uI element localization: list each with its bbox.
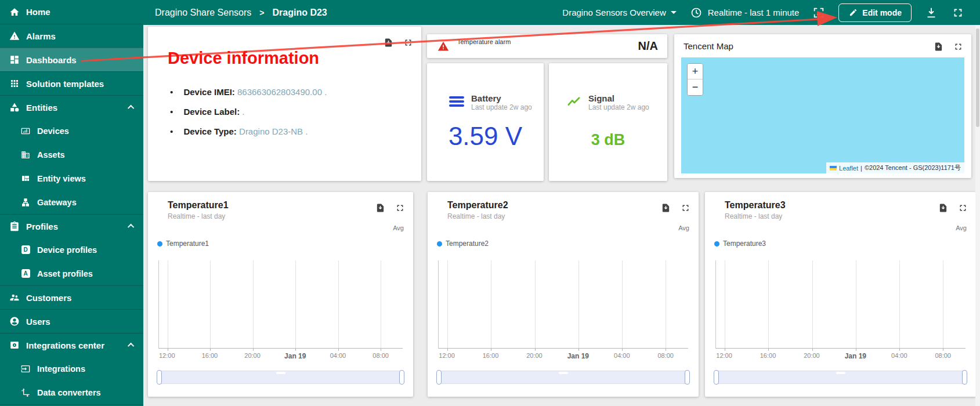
expand-widget-icon[interactable]: [680, 202, 690, 213]
battery-widget: Battery Last update 2w ago 3.59 V: [427, 63, 544, 181]
temperature-alarm-widget: Temperature alarm N/A: [427, 34, 667, 58]
dashboard-area: Device IMEI: 863663062803490.00 . Device…: [143, 25, 980, 406]
sidebar-item-integrations[interactable]: Integrations: [0, 357, 143, 380]
dashboard-state-selector[interactable]: Dragino Sensors Overview: [562, 8, 676, 17]
battery-icon: [449, 96, 464, 108]
device-info-list: Device IMEI: 863663062803490.00 . Device…: [170, 87, 421, 136]
sidebar-item-entity-views[interactable]: Entity views: [0, 166, 143, 190]
chart-plot-area: [158, 260, 403, 349]
fullscreen-icon[interactable]: [951, 6, 965, 20]
sidebar-item-label: Data converters: [37, 388, 101, 397]
device-imei-value: 863663062803490.00: [237, 87, 322, 97]
chevron-down-icon: [671, 11, 677, 14]
fit-screen-icon[interactable]: [812, 6, 826, 20]
expand-widget-icon[interactable]: [953, 41, 963, 52]
signal-widget: Signal Last update 2w ago 3 dB: [549, 63, 667, 181]
avg-column-label: Avg: [393, 224, 404, 231]
x-axis-labels: 12:00 16:00 20:00 Jan 19 04:00 08:00: [158, 352, 403, 361]
legend-item[interactable]: Temperature3: [714, 240, 766, 248]
download-icon[interactable]: [924, 6, 938, 20]
avg-column-label: Avg: [678, 224, 689, 231]
range-grip[interactable]: [836, 372, 845, 374]
edit-mode-button[interactable]: Edit mode: [838, 3, 912, 22]
time-range-scrollbar[interactable]: [438, 371, 688, 384]
apps-grid-icon: [9, 78, 20, 89]
expand-widget-icon[interactable]: [403, 37, 413, 48]
device-type-row: Device Type: Dragino D23-NB .: [170, 126, 421, 136]
sidebar-item-label: Entities: [26, 103, 57, 113]
integrations-center-icon: [9, 339, 20, 351]
signal-subtitle: Last update 2w ago: [588, 103, 649, 111]
state-selector-label: Dragino Sensors Overview: [562, 8, 666, 17]
legend-item[interactable]: Temperature1: [157, 240, 209, 248]
range-handle-right[interactable]: [962, 370, 967, 385]
timewindow-button[interactable]: Realtime - last 1 minute: [689, 6, 800, 20]
sidebar-item-customers[interactable]: Customers: [0, 285, 143, 309]
export-data-icon[interactable]: [660, 202, 671, 213]
device-info-widget: Device IMEI: 863663062803490.00 . Device…: [148, 27, 421, 181]
range-grip[interactable]: [559, 372, 568, 374]
asset-profile-icon: A: [20, 268, 31, 280]
pencil-icon: [848, 8, 858, 17]
zoom-out-button[interactable]: −: [688, 79, 703, 95]
sidebar-item-data-converters[interactable]: Data converters: [0, 380, 143, 404]
sidebar-item-device-profiles[interactable]: D Device profiles: [0, 238, 143, 262]
people-icon: [9, 292, 20, 303]
range-handle-left[interactable]: [714, 370, 719, 385]
range-handle-right[interactable]: [685, 370, 690, 385]
chevron-up-icon: [128, 343, 134, 349]
sidebar-item-label: Assets: [37, 150, 65, 160]
device-type-value: Dragino D23-NB: [239, 126, 303, 136]
transform-icon: [20, 387, 31, 398]
sidebar-item-devices[interactable]: Devices: [0, 119, 143, 143]
devices-icon: [20, 125, 31, 137]
expand-widget-icon[interactable]: [957, 202, 968, 213]
range-handle-left[interactable]: [157, 370, 162, 385]
sidebar-item-solution-templates[interactable]: Solution templates: [0, 71, 143, 95]
export-data-icon[interactable]: [933, 41, 943, 52]
user-circle-icon: [9, 316, 20, 327]
sidebar-item-label: Gateways: [37, 198, 77, 207]
chart-subtitle: Realtime - last day: [447, 212, 699, 220]
x-axis-labels: 12:00 16:00 20:00 Jan 19 04:00 08:00: [715, 352, 965, 361]
sidebar-item-asset-profiles[interactable]: A Asset profiles: [0, 262, 143, 285]
sidebar-item-integrations-center[interactable]: Integrations center: [0, 333, 143, 357]
zoom-in-button[interactable]: +: [688, 64, 703, 79]
battery-subtitle: Last update 2w ago: [471, 103, 532, 111]
page-scrollbar-thumb[interactable]: [976, 28, 979, 127]
export-data-icon[interactable]: [383, 37, 393, 48]
sidebar-item-gateways[interactable]: Gateways: [0, 190, 143, 214]
leaflet-link[interactable]: Leaflet: [839, 165, 858, 172]
range-grip[interactable]: [276, 372, 285, 374]
sidebar-item-profiles[interactable]: Profiles: [0, 214, 143, 238]
sidebar-item-users[interactable]: Users: [0, 309, 143, 333]
expand-widget-icon[interactable]: [395, 202, 405, 213]
time-range-scrollbar[interactable]: [715, 371, 965, 384]
page-scrollbar[interactable]: [975, 25, 980, 406]
clock-icon: [689, 6, 703, 20]
tencent-map-widget: Tencent Map + − Leaflet | ©2024 Tencent …: [674, 34, 971, 178]
temperature2-chart-widget: Temperature2 Realtime - last day Avg Tem…: [428, 192, 699, 397]
edit-mode-label: Edit mode: [862, 8, 902, 17]
temperature3-chart-widget: Temperature3 Realtime - last day Avg Tem…: [705, 192, 976, 397]
range-handle-left[interactable]: [436, 370, 442, 385]
battery-value: 3.59 V: [427, 122, 544, 151]
device-imei-label: Device IMEI:: [183, 87, 234, 97]
alarm-title: Temperature alarm: [457, 38, 511, 45]
legend-item[interactable]: Temperature2: [437, 240, 489, 248]
sidebar-item-entities[interactable]: Entities: [0, 95, 143, 119]
time-range-scrollbar[interactable]: [158, 371, 403, 384]
sidebar-item-label: Solution templates: [26, 79, 104, 89]
legend-label: Temperature2: [446, 240, 489, 248]
legend-label: Temperature3: [723, 240, 766, 248]
sidebar-item-assets[interactable]: Assets: [0, 143, 143, 166]
sidebar-item-home[interactable]: Home: [0, 0, 143, 24]
export-data-icon[interactable]: [938, 202, 948, 213]
breadcrumb-parent[interactable]: Dragino Share Sensors: [155, 8, 251, 18]
range-handle-right[interactable]: [399, 370, 404, 385]
sidebar-item-dashboards[interactable]: Dashboards: [0, 48, 143, 71]
export-data-icon[interactable]: [375, 202, 385, 213]
sidebar-item-alarms[interactable]: Alarms: [0, 24, 143, 48]
map-canvas[interactable]: + − Leaflet | ©2024 Tencent - GS(2023)11…: [681, 57, 964, 173]
series-dot-icon: [437, 241, 442, 246]
